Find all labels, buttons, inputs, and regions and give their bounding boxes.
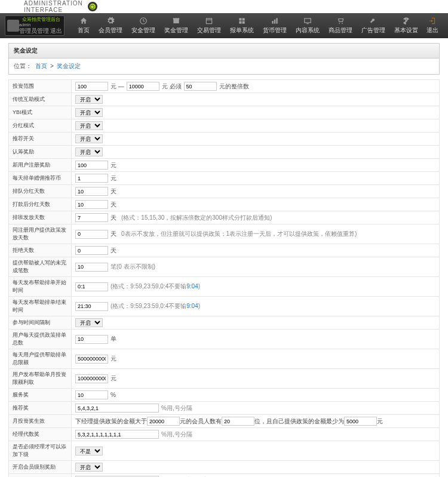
member-level-reward-select[interactable]: 开启 xyxy=(75,463,103,472)
monthly-bonus-self-input[interactable] xyxy=(344,417,377,426)
screen-icon xyxy=(303,17,312,25)
queue-dividend-days-input[interactable] xyxy=(75,187,108,196)
daily-total-limit-input[interactable] xyxy=(75,355,108,364)
svg-rect-6 xyxy=(239,21,241,24)
gear-icon xyxy=(106,17,115,25)
nav-bonus[interactable]: 奖金管理 xyxy=(164,17,188,35)
svg-rect-1 xyxy=(174,19,179,23)
manager-gen-bonus-input[interactable] xyxy=(75,430,159,439)
menu-bar: 众筹拍卖管理后台 admin 管理员管理 退出 首页 会员管理 安全管理 奖金管… xyxy=(0,13,448,38)
invest-max-input[interactable] xyxy=(127,82,159,91)
svg-rect-2 xyxy=(173,18,180,19)
manager-only-add-select[interactable]: 不是 xyxy=(75,447,103,456)
nav-settings[interactable]: 基本设置 xyxy=(394,17,418,35)
traditional-mode-select[interactable]: 开启 xyxy=(75,95,103,104)
monthly-invest-limit-input[interactable] xyxy=(75,374,108,383)
ybi-mode-select[interactable]: 开启 xyxy=(75,108,103,117)
svg-rect-4 xyxy=(239,18,241,20)
service-bonus-input[interactable] xyxy=(75,390,108,399)
referral-switch-select[interactable]: 开启 xyxy=(75,134,103,143)
daily-end-time-input[interactable] xyxy=(75,302,108,311)
nav-exit[interactable]: 退出 xyxy=(426,17,438,35)
panel-title: 奖金设定 xyxy=(8,43,440,59)
system-title: 众筹拍卖管理后台 xyxy=(22,16,62,23)
svg-rect-3 xyxy=(206,19,211,24)
monthly-bonus-members-input[interactable] xyxy=(222,417,254,426)
same-reg-days-input[interactable] xyxy=(75,230,108,239)
nav-trade[interactable]: 交易管理 xyxy=(197,17,221,35)
svg-rect-9 xyxy=(274,20,275,24)
user-box: 众筹拍卖管理后台 admin 管理员管理 退出 xyxy=(5,16,65,36)
nav-ad[interactable]: 广告管理 xyxy=(361,17,385,35)
svg-rect-7 xyxy=(243,21,245,24)
new-user-reward-input[interactable] xyxy=(75,161,108,170)
nav-currency[interactable]: 货币管理 xyxy=(263,17,287,35)
daily-queue-coin-input[interactable] xyxy=(75,174,108,183)
calendar-icon xyxy=(205,17,213,25)
home-icon xyxy=(79,17,88,25)
top-bar: ADMINISTRATION INTERFACE xyxy=(0,0,448,13)
invest-step-input[interactable] xyxy=(184,82,217,91)
nav-product[interactable]: 商品管理 xyxy=(329,17,352,35)
svg-rect-8 xyxy=(272,21,273,24)
svg-rect-5 xyxy=(243,18,245,20)
avatar xyxy=(7,20,19,32)
admin-manage-link[interactable]: 管理员管理 xyxy=(19,27,49,34)
svg-point-12 xyxy=(339,23,340,24)
nav-content[interactable]: 内容系统 xyxy=(296,17,320,35)
dividend-mode-select[interactable]: 开启 xyxy=(75,121,103,130)
settings-table: 投资范围 元 —元 必须元的整倍数 传统互助模式开启 YBI模式开启 分红模式开… xyxy=(8,79,440,477)
main-nav: 首页 会员管理 安全管理 奖金管理 交易管理 报单系统 货币管理 内容系统 商品… xyxy=(73,17,443,35)
time-format-link[interactable]: 9:04 xyxy=(186,283,198,290)
radiation-icon xyxy=(402,17,410,25)
clock-icon xyxy=(139,17,148,25)
reject-days-input[interactable] xyxy=(75,246,108,255)
daily-start-time-input[interactable] xyxy=(75,282,108,291)
nav-report[interactable]: 报单系统 xyxy=(230,17,254,35)
nav-security[interactable]: 安全管理 xyxy=(131,17,155,35)
crumb-current[interactable]: 奖金设定 xyxy=(57,63,81,69)
logo-icon xyxy=(88,2,97,11)
interval-limit-select[interactable]: 开启 xyxy=(75,318,103,327)
crumb-home[interactable]: 首页 xyxy=(35,63,47,69)
exit-icon xyxy=(428,17,437,25)
box-icon xyxy=(172,17,180,25)
svg-rect-10 xyxy=(276,18,277,23)
nav-member[interactable]: 会员管理 xyxy=(99,17,122,35)
user-daily-orders-input[interactable] xyxy=(75,335,108,344)
breadcrumb: 位置： 首页 > 奖金设定 xyxy=(8,59,440,75)
time-format-link2[interactable]: 9:04 xyxy=(186,303,198,309)
brand-text: ADMINISTRATION INTERFACE xyxy=(24,0,83,13)
post-pay-dividend-days-input[interactable] xyxy=(75,200,108,209)
row-label: 投资范围 xyxy=(9,80,72,93)
invest-min-input[interactable] xyxy=(75,82,108,91)
grid-icon xyxy=(238,17,246,25)
crowdfund-reward-select[interactable]: 开启 xyxy=(75,147,103,156)
cart-icon xyxy=(336,17,345,25)
tool-icon xyxy=(369,17,378,25)
bars-icon xyxy=(271,17,279,25)
nav-home[interactable]: 首页 xyxy=(78,17,90,35)
svg-rect-11 xyxy=(305,19,311,23)
logout-link[interactable]: 退出 xyxy=(50,27,62,34)
user-name: admin xyxy=(19,23,62,27)
schedule-days-input[interactable] xyxy=(75,213,108,222)
referral-bonus-input[interactable] xyxy=(75,404,159,413)
svg-point-13 xyxy=(342,23,343,24)
incomplete-orders-input[interactable] xyxy=(75,263,108,272)
monthly-bonus-amount-input[interactable] xyxy=(147,417,180,426)
